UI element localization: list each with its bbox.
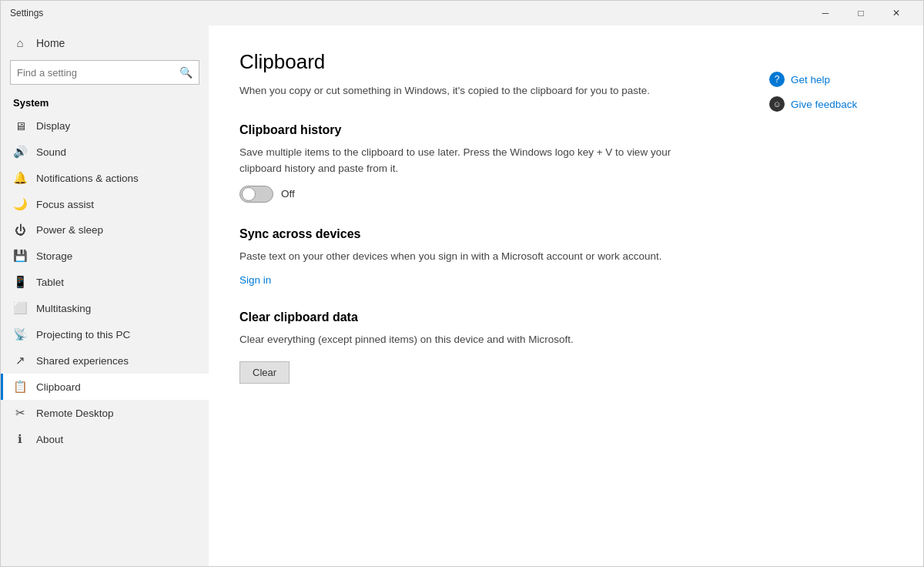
sidebar-item-shared[interactable]: ↗ Shared experiences	[1, 347, 209, 374]
sidebar-item-about[interactable]: ℹ About	[1, 426, 209, 452]
clipboard-history-title: Clipboard history	[239, 123, 738, 137]
sidebar-item-tablet[interactable]: 📱 Tablet	[1, 269, 209, 295]
content-area: ⌂ Home 🔍 System 🖥 Display 🔊 Sound	[1, 25, 923, 566]
sync-desc: Paste text on your other devices when yo…	[239, 249, 701, 264]
shared-icon: ↗	[13, 354, 27, 367]
notifications-icon: 🔔	[13, 171, 27, 185]
projecting-icon: 📡	[13, 327, 27, 341]
sidebar-item-remote[interactable]: ✂ Remote Desktop	[1, 400, 209, 426]
sidebar-item-notifications[interactable]: 🔔 Notifications & actions	[1, 165, 209, 191]
titlebar-controls: ─ □ ✕	[808, 1, 914, 25]
sidebar-item-sound-label: Sound	[36, 146, 66, 158]
clipboard-icon: 📋	[13, 380, 27, 394]
multitasking-icon: ⬜	[13, 301, 27, 315]
sidebar-item-power-label: Power & sleep	[36, 224, 103, 236]
sidebar-item-multitasking-label: Multitasking	[36, 303, 91, 314]
home-label: Home	[36, 37, 65, 49]
sidebar-item-sound[interactable]: 🔊 Sound	[1, 139, 209, 165]
settings-window: Settings ─ □ ✕ ⌂ Home 🔍 System	[0, 0, 924, 567]
page-title: Clipboard	[239, 50, 738, 74]
tablet-icon: 📱	[13, 275, 27, 289]
titlebar: Settings ─ □ ✕	[1, 1, 923, 25]
sign-in-link[interactable]: Sign in	[239, 274, 271, 286]
sidebar-item-remote-label: Remote Desktop	[36, 408, 114, 419]
search-container: 🔍	[1, 57, 209, 91]
display-icon: 🖥	[13, 119, 27, 133]
clipboard-history-toggle[interactable]	[239, 186, 273, 203]
sidebar-item-about-label: About	[36, 434, 63, 445]
toggle-label: Off	[281, 188, 295, 200]
sound-icon: 🔊	[13, 145, 27, 159]
search-icon: 🔍	[179, 66, 192, 79]
get-help-label: Get help	[791, 74, 830, 86]
get-help-link[interactable]: ? Get help	[769, 72, 911, 87]
sidebar-item-clipboard[interactable]: 📋 Clipboard	[1, 374, 209, 400]
minimize-button[interactable]: ─	[808, 1, 843, 25]
focus-icon: 🌙	[13, 197, 27, 211]
sidebar-item-projecting[interactable]: 📡 Projecting to this PC	[1, 321, 209, 347]
toggle-row: Off	[239, 186, 738, 203]
titlebar-title: Settings	[10, 8, 43, 18]
power-icon: ⏻	[13, 223, 27, 237]
sidebar-item-storage-label: Storage	[36, 250, 72, 262]
give-feedback-label: Give feedback	[791, 99, 857, 110]
sidebar-item-notifications-label: Notifications & actions	[36, 173, 139, 184]
clear-desc: Clear everything (except pinned items) o…	[239, 332, 701, 347]
sidebar-item-display-label: Display	[36, 120, 70, 132]
clipboard-history-desc: Save multiple items to the clipboard to …	[239, 145, 701, 176]
toggle-knob	[242, 187, 256, 201]
sidebar-item-power[interactable]: ⏻ Power & sleep	[1, 217, 209, 243]
sidebar-item-display[interactable]: 🖥 Display	[1, 113, 209, 139]
clipboard-history-section: Clipboard history Save multiple items to…	[239, 123, 738, 203]
remote-icon: ✂	[13, 406, 27, 420]
sidebar-item-clipboard-label: Clipboard	[36, 381, 81, 393]
sync-section: Sync across devices Paste text on your o…	[239, 227, 738, 286]
about-icon: ℹ	[13, 432, 27, 446]
help-panel: ? Get help ☺ Give feedback	[769, 25, 923, 566]
sidebar-item-tablet-label: Tablet	[36, 277, 64, 288]
clear-title: Clear clipboard data	[239, 310, 738, 324]
sidebar-item-focus-label: Focus assist	[36, 199, 94, 210]
sidebar-item-shared-label: Shared experiences	[36, 355, 129, 367]
sidebar-item-multitasking[interactable]: ⬜ Multitasking	[1, 295, 209, 321]
page-subtitle: When you copy or cut something in Window…	[239, 83, 701, 99]
sync-title: Sync across devices	[239, 227, 738, 241]
maximize-button[interactable]: □	[843, 1, 879, 25]
sidebar: ⌂ Home 🔍 System 🖥 Display 🔊 Sound	[1, 25, 209, 566]
search-box: 🔍	[10, 60, 199, 85]
give-feedback-link[interactable]: ☺ Give feedback	[769, 96, 911, 112]
sidebar-item-projecting-label: Projecting to this PC	[36, 329, 130, 341]
storage-icon: 💾	[13, 249, 27, 263]
feedback-icon: ☺	[769, 96, 785, 112]
close-button[interactable]: ✕	[879, 1, 914, 25]
sidebar-item-focus[interactable]: 🌙 Focus assist	[1, 191, 209, 217]
main-content: Clipboard When you copy or cut something…	[209, 25, 769, 566]
search-input[interactable]	[17, 67, 179, 79]
get-help-icon: ?	[769, 72, 785, 87]
home-icon: ⌂	[13, 36, 27, 49]
clear-section: Clear clipboard data Clear everything (e…	[239, 310, 738, 384]
system-label: System	[1, 91, 209, 113]
sidebar-item-storage[interactable]: 💾 Storage	[1, 243, 209, 269]
sidebar-item-home[interactable]: ⌂ Home	[1, 29, 209, 57]
clear-button[interactable]: Clear	[239, 361, 290, 384]
